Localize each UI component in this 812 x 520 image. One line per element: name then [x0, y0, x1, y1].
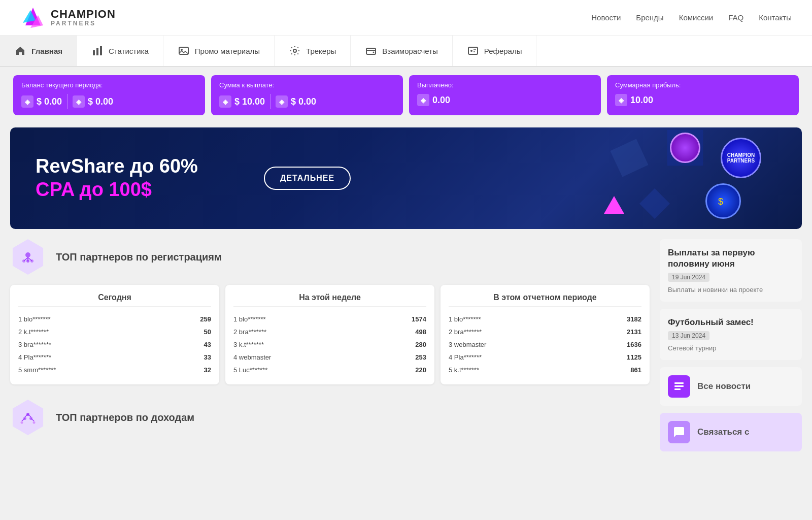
table-row: 3 k.t*******280 [233, 338, 426, 351]
news-date-1: 13 Jun 2024 [668, 331, 709, 340]
nav-brands[interactable]: Бренды [636, 13, 663, 22]
svg-point-26 [21, 421, 23, 424]
table-row: 2 bra*******498 [233, 326, 426, 338]
news-desc-1: Сетевой турнир [668, 344, 794, 352]
nav-payments[interactable]: Взаиморасчеты [351, 36, 453, 66]
nav-contacts[interactable]: Контакты [759, 13, 792, 22]
stat-profit-icon: ◈ [615, 94, 627, 106]
nav-bar: Главная Статистика Промо материалы Треке… [0, 36, 812, 67]
registrations-hex-icon [10, 239, 46, 275]
top-registrations-header: ТОП партнеров по регистрациям [10, 239, 650, 275]
all-news-button[interactable]: Все новости [660, 367, 802, 406]
table-today-header: Сегодня [18, 293, 211, 307]
svg-text:$: $ [718, 197, 723, 207]
table-row: 4 Pla*******33 [18, 351, 211, 364]
image-icon [178, 45, 190, 57]
nav-home[interactable]: Главная [0, 36, 77, 66]
triangle-shape [604, 196, 624, 214]
svg-point-12 [470, 50, 472, 52]
table-week: На этой неделе 1 blo*******1574 2 bra***… [225, 285, 434, 384]
stat-balance: Баланс текущего периода: ◈ $ 0.00 ◈ $ 0.… [13, 75, 205, 115]
stat-payout-title: Сумма к выплате: [219, 81, 395, 89]
nav-payments-label: Взаиморасчеты [382, 47, 438, 55]
svg-point-14 [25, 252, 30, 257]
nav-statistics[interactable]: Статистика [77, 36, 163, 66]
stat-balance-val1: $ 0.00 [37, 96, 62, 107]
nav-statistics-label: Статистика [109, 47, 149, 55]
table-row: 5 Luc*******220 [233, 364, 426, 376]
table-row: 5 smm*******32 [18, 364, 211, 376]
stat-paid-icon: ◈ [417, 94, 429, 106]
table-row: 3 webmaster1636 [449, 338, 641, 351]
nav-commissions[interactable]: Комиссии [679, 13, 714, 22]
stat-paid-val: 0.00 [432, 95, 450, 106]
table-period-header: В этом отчетном периоде [449, 293, 641, 307]
top-nav: Новости Бренды Комиссии FAQ Контакты [591, 13, 792, 22]
nav-trackers-label: Трекеры [306, 47, 336, 55]
logo-brand-name: CHAMPION [51, 8, 116, 20]
stat-payout-icon2: ◈ [276, 95, 288, 108]
nav-referrals[interactable]: Рефералы [453, 36, 537, 66]
banner-detail-button[interactable]: ДЕТАЛЬНЕЕ [264, 167, 351, 190]
logo: CHAMPION PARTNERS [20, 5, 116, 30]
stat-payout-val2: $ 0.00 [291, 96, 316, 107]
contact-label: Связаться с [697, 427, 749, 437]
table-week-header: На этой неделе [233, 293, 426, 307]
all-news-label: Все новости [697, 381, 751, 392]
stat-payout: Сумма к выплате: ◈ $ 10.00 ◈ $ 0.00 [211, 75, 403, 115]
stats-bar: Баланс текущего периода: ◈ $ 0.00 ◈ $ 0.… [0, 67, 812, 123]
nav-referrals-label: Рефералы [484, 47, 522, 55]
table-row: 4 webmaster253 [233, 351, 426, 364]
coin3: $ [705, 183, 741, 219]
chart-icon [91, 45, 104, 57]
news-desc-0: Выплаты и новинки на проекте [668, 286, 794, 294]
nav-promo[interactable]: Промо материалы [163, 36, 275, 66]
svg-rect-31 [674, 385, 684, 387]
svg-rect-5 [100, 46, 102, 55]
all-news-icon [668, 375, 690, 398]
table-row: 1 blo*******1574 [233, 313, 426, 326]
logo-text: CHAMPION PARTNERS [51, 8, 116, 27]
table-period: В этом отчетном периоде 1 blo*******3182… [441, 285, 650, 384]
wallet-icon [365, 45, 377, 57]
nav-news[interactable]: Новости [591, 13, 621, 22]
stat-profit-val: 10.00 [630, 95, 653, 106]
nav-promo-label: Промо материалы [195, 47, 260, 55]
stat-balance-title: Баланс текущего периода: [21, 81, 197, 89]
nav-trackers[interactable]: Трекеры [275, 36, 351, 66]
svg-rect-30 [674, 382, 684, 384]
svg-point-27 [33, 421, 36, 424]
stat-paid-title: Выплачено: [417, 81, 593, 89]
table-row: 1 blo*******3182 [449, 313, 641, 326]
top-income-header: ТОП партнеров по доходам [10, 400, 650, 435]
table-row: 5 k.t*******861 [449, 364, 641, 376]
top-registrations-title: ТОП партнеров по регистрациям [56, 251, 222, 263]
table-row: 3 bra*******43 [18, 338, 211, 351]
content-left: ТОП партнеров по регистрациям Сегодня 1 … [10, 239, 650, 459]
stat-profit: Суммарная прибыль: ◈ 10.00 [607, 75, 799, 115]
top-income-section: ТОП партнеров по доходам [10, 400, 650, 435]
stat-balance-divider [67, 94, 67, 109]
table-row: 2 bra*******2131 [449, 326, 641, 338]
stat-profit-title: Суммарная прибыль: [615, 81, 791, 89]
news-title-1: Футбольный замес! [668, 317, 794, 328]
table-today: Сегодня 1 blo*******259 2 k.t*******50 3… [10, 285, 219, 384]
nav-faq[interactable]: FAQ [728, 13, 743, 22]
home-icon [14, 45, 26, 57]
svg-rect-3 [93, 50, 95, 55]
svg-point-10 [373, 52, 375, 53]
news-item-1: Футбольный замес! 13 Jun 2024 Сетевой ту… [660, 309, 802, 360]
income-hex-icon [10, 400, 46, 435]
referrals-icon [467, 45, 479, 57]
header: CHAMPION PARTNERS Новости Бренды Комисси… [0, 0, 812, 36]
contact-button[interactable]: Связаться с [660, 413, 802, 451]
coin1: CHAMPIONPARTNERS [721, 138, 761, 178]
stat-payout-divider [270, 94, 270, 109]
logo-brand-sub: PARTNERS [51, 20, 116, 27]
stat-payout-val1: $ 10.00 [234, 96, 265, 107]
banner-subtitle: CPA до 100$ [36, 178, 198, 202]
main-content: ТОП партнеров по регистрациям Сегодня 1 … [0, 229, 812, 469]
table-row: 2 k.t*******50 [18, 326, 211, 338]
contact-icon [668, 421, 690, 443]
svg-rect-32 [674, 388, 681, 390]
